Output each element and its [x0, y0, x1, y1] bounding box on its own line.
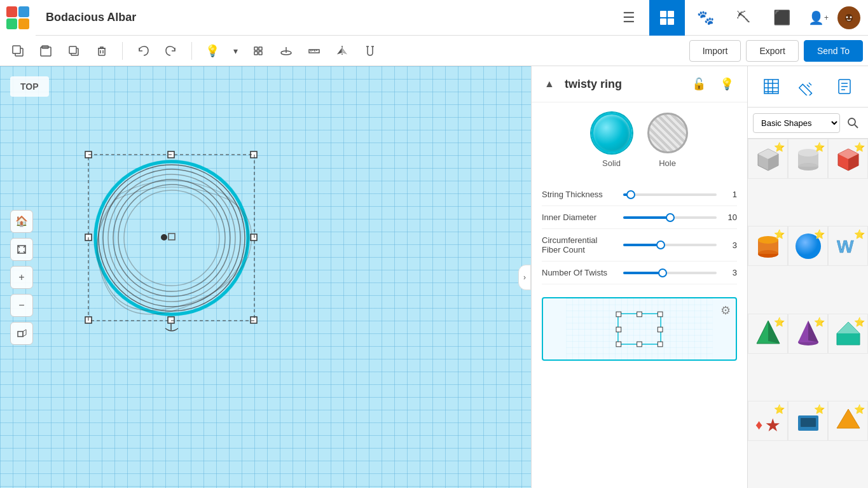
shape-item-cone[interactable]: ⭐	[788, 314, 828, 354]
gallery-icon-btn[interactable]	[649, 0, 685, 36]
search-shapes-button[interactable]	[843, 113, 863, 133]
zoom-out-button[interactable]: −	[10, 294, 33, 317]
svg-line-78	[807, 85, 809, 87]
shape-item-red-box[interactable]: ⭐	[828, 139, 868, 179]
lock-button[interactable]: 🔓	[689, 74, 709, 94]
star-icon: ⭐	[774, 317, 785, 327]
shape-container[interactable]	[76, 143, 267, 333]
toolbar-right: Import Export Send To	[689, 40, 863, 62]
svg-rect-12	[69, 46, 76, 53]
svg-rect-64	[658, 312, 663, 317]
solid-label: Solid	[602, 158, 621, 168]
avatar[interactable]	[837, 6, 860, 29]
menu-icon-btn[interactable]: ☰	[611, 0, 647, 36]
snap-button[interactable]	[245, 38, 271, 64]
grid-panel-icon[interactable]	[756, 71, 787, 102]
svg-rect-65	[616, 327, 621, 332]
shape-item-pyramid[interactable]: ⭐	[748, 314, 788, 354]
zoom-in-button[interactable]: +	[10, 266, 33, 289]
svg-rect-69	[658, 342, 663, 347]
dropdown-arrow[interactable]: ▾	[228, 38, 243, 64]
svg-point-55	[113, 179, 230, 296]
collapse-button[interactable]: ▲	[542, 76, 557, 92]
duplicate-button[interactable]	[61, 38, 86, 64]
hole-option[interactable]: Hole	[647, 113, 688, 168]
fiber-count-label: Circumferential Fiber Count	[542, 235, 618, 254]
visibility-button[interactable]: 💡	[717, 74, 737, 94]
mirror-button[interactable]	[329, 38, 355, 64]
shape-item-sphere[interactable]: ⭐	[788, 226, 828, 266]
string-thickness-row: String Thickness 1	[542, 183, 737, 206]
string-thickness-track[interactable]	[623, 193, 717, 196]
workplane-button[interactable]	[273, 38, 299, 64]
import-button[interactable]: Import	[689, 40, 741, 62]
shape-item-shape2[interactable]: ⭐	[788, 401, 828, 441]
tinker-icon-btn[interactable]: 🐾	[687, 0, 723, 36]
blocks-icon-btn[interactable]: ⬛	[764, 0, 799, 36]
twists-value: 3	[722, 268, 737, 277]
app-title: Bodacious Albar	[36, 11, 611, 24]
ruler-panel-icon[interactable]	[792, 71, 823, 102]
svg-point-49	[161, 234, 167, 241]
svg-rect-3	[668, 18, 674, 25]
perspective-button[interactable]	[10, 322, 33, 345]
star-icon: ⭐	[814, 404, 825, 414]
fiber-count-thumb[interactable]	[656, 241, 665, 249]
redo-button[interactable]	[158, 38, 184, 64]
svg-point-54	[108, 174, 235, 302]
twists-label: Number Of Twists	[542, 268, 618, 277]
ruler-button[interactable]	[301, 38, 327, 64]
string-thickness-thumb[interactable]	[626, 190, 635, 199]
lightbulb-button[interactable]: 💡	[200, 38, 225, 64]
solid-option[interactable]: Solid	[591, 113, 632, 168]
star-icon: ⭐	[854, 142, 865, 152]
svg-text:W: W	[837, 237, 854, 256]
magnet-button[interactable]	[357, 38, 383, 64]
star-icon: ⭐	[854, 317, 865, 327]
undo-button[interactable]	[130, 38, 156, 64]
right-panel-icons	[748, 66, 868, 108]
svg-rect-68	[637, 342, 642, 347]
sliders-section: String Thickness 1 Inner Diameter 10 Cir…	[532, 178, 747, 289]
svg-rect-66	[658, 327, 663, 332]
svg-rect-50	[169, 234, 175, 240]
home-view-button[interactable]: 🏠	[10, 210, 33, 233]
learn-icon-btn[interactable]: ⛏	[726, 0, 761, 36]
shape-item-roof[interactable]: ⭐	[828, 314, 868, 354]
paste-button[interactable]	[33, 38, 59, 64]
delete-button[interactable]	[89, 38, 114, 64]
inner-diameter-fill	[623, 216, 670, 219]
shape-item-star-shape[interactable]: ⭐ ♦ ★	[748, 401, 788, 441]
inner-diameter-track[interactable]	[623, 216, 717, 219]
notes-panel-icon[interactable]	[829, 71, 860, 102]
svg-rect-2	[660, 18, 666, 25]
solid-circle	[591, 113, 632, 153]
inner-diameter-label: Inner Diameter	[542, 213, 618, 222]
inner-diameter-thumb[interactable]	[666, 213, 675, 222]
add-user-button[interactable]: 👤+	[804, 4, 832, 32]
gear-icon[interactable]: ⚙	[720, 303, 731, 317]
star-icon: ⭐	[774, 404, 785, 414]
shape-item-orange-cylinder[interactable]: ⭐	[748, 226, 788, 266]
shape-item-box[interactable]: ⭐	[748, 139, 788, 179]
svg-rect-76	[799, 84, 812, 95]
shape-item-cylinder[interactable]: ⭐	[788, 139, 828, 179]
export-button[interactable]: Export	[746, 40, 798, 62]
canvas-area[interactable]: TOP 🏠 + −	[0, 66, 531, 488]
twists-thumb[interactable]	[658, 268, 667, 277]
svg-rect-45	[168, 317, 174, 323]
twists-track[interactable]	[623, 272, 717, 274]
svg-rect-8	[13, 46, 20, 53]
svg-point-59	[97, 163, 247, 313]
fiber-count-track[interactable]	[623, 244, 717, 246]
copy-button[interactable]	[5, 38, 31, 64]
scroll-indicator[interactable]: ›	[518, 265, 531, 290]
star-icon: ⭐	[854, 404, 865, 414]
toolbar-separator-1	[122, 42, 123, 60]
shape-item-text[interactable]: ⭐ W	[828, 226, 868, 266]
inner-diameter-value: 10	[722, 213, 737, 222]
shape-item-shape3[interactable]: ⭐	[828, 401, 868, 441]
fit-view-button[interactable]	[10, 238, 33, 261]
shapes-dropdown[interactable]: Basic Shapes	[753, 113, 840, 133]
send-to-button[interactable]: Send To	[804, 40, 863, 62]
